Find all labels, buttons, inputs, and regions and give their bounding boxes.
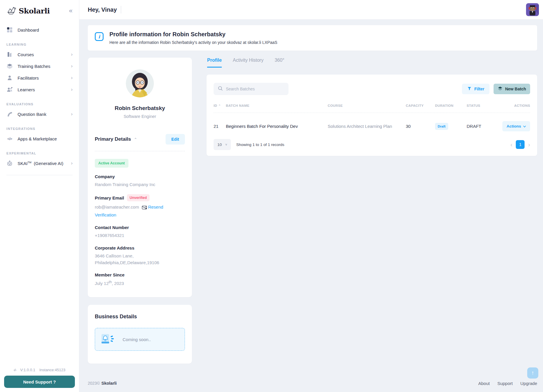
skolarli-swan-logo-icon bbox=[7, 6, 17, 15]
filter-button[interactable]: Filter bbox=[462, 84, 489, 94]
column-actions: ACTIONS bbox=[514, 104, 530, 107]
prev-page-button[interactable]: ‹ bbox=[511, 142, 513, 147]
user-avatar[interactable] bbox=[526, 3, 539, 16]
divider bbox=[95, 151, 185, 151]
unverified-badge: Unverified bbox=[127, 194, 150, 201]
chevron-right-icon: › bbox=[71, 161, 73, 166]
primary-details-title: Primary Details bbox=[95, 136, 131, 142]
right-column: Profile Activity History 360° bbox=[207, 58, 537, 156]
company-value: Random Training Company Inc bbox=[95, 181, 185, 188]
chevron-right-icon: › bbox=[71, 75, 73, 80]
layers-icon bbox=[498, 86, 503, 92]
contact-number-value: +19087654321 bbox=[95, 232, 185, 239]
sidebar-item-learners[interactable]: Learners › bbox=[6, 84, 73, 95]
banner-subtitle: Here are all the information Robin Scher… bbox=[109, 40, 277, 45]
contact-number-label: Contact Number bbox=[95, 225, 185, 230]
sidebar-item-label: Apps & Marketplace bbox=[18, 136, 57, 141]
question-bank-icon bbox=[6, 111, 13, 117]
skolarli-logo-text: Skolarli bbox=[19, 7, 50, 15]
search-batches-box bbox=[214, 83, 288, 95]
sidebar-item-courses[interactable]: Courses › bbox=[6, 49, 73, 60]
footer-link-about[interactable]: About bbox=[478, 381, 490, 386]
scroll-to-top-button[interactable]: ↑ bbox=[527, 367, 538, 379]
profile-name: Robin Scherbatsky bbox=[95, 105, 185, 111]
table-row: 21 Beginners Batch For Personality Dev S… bbox=[214, 118, 530, 133]
training-batches-icon bbox=[6, 63, 13, 69]
business-details-card: Business Details Coming soon.. bbox=[88, 305, 192, 364]
need-support-button[interactable]: Need Support ? bbox=[4, 376, 75, 388]
corporate-address-value: 3646 Callison Lane, Philadelphia,DE,Dela… bbox=[95, 252, 185, 266]
tab-360[interactable]: 360° bbox=[275, 58, 284, 68]
tab-profile[interactable]: Profile bbox=[207, 58, 222, 68]
active-account-badge: Active Account bbox=[95, 159, 128, 168]
email-row: rob@iamateacher.comResend Verification bbox=[95, 204, 185, 219]
sidebar-item-dashboard[interactable]: Dashboard bbox=[6, 24, 73, 36]
courses-icon bbox=[6, 51, 13, 58]
page-content: i Profile information for Robin Scherbat… bbox=[79, 19, 543, 377]
column-course: COURSE bbox=[328, 104, 406, 107]
sidebar-section-integrations: INTEGRATIONS bbox=[6, 127, 73, 130]
duration-draft-badge: Draft bbox=[435, 123, 448, 130]
column-id[interactable]: ID⌃ bbox=[214, 104, 226, 107]
profile-avatar bbox=[126, 69, 154, 97]
main-area: Hey, Vinay i Profile information for Rob… bbox=[79, 0, 543, 392]
search-batches-input[interactable] bbox=[226, 87, 284, 91]
footer-link-upgrade[interactable]: Upgrade bbox=[520, 381, 537, 386]
chevron-right-icon: › bbox=[71, 111, 73, 117]
sidebar-item-apps-marketplace[interactable]: </> Apps & Marketplace bbox=[6, 133, 73, 145]
instance-label: Instance:45123 bbox=[39, 368, 65, 372]
page-size-select[interactable]: 10 ˅ bbox=[214, 139, 231, 150]
company-label: Company bbox=[95, 174, 185, 179]
sidebar-item-facilitators[interactable]: Facilitators › bbox=[6, 72, 73, 84]
member-since-value: July 12th, 2023 bbox=[95, 279, 185, 287]
code-brackets-icon: </> bbox=[6, 135, 13, 142]
tab-activity-history[interactable]: Activity History bbox=[233, 58, 264, 68]
table-header-row: ID⌃ BATCH NAME COURSE CAPACITY DURATION … bbox=[214, 104, 530, 107]
coming-soon-box: Coming soon.. bbox=[95, 328, 185, 351]
footer-links: About Support Upgrade bbox=[478, 381, 537, 386]
sidebar-item-skai[interactable]: SKAITM (Generative AI) › bbox=[6, 157, 73, 169]
cell-capacity: 30 bbox=[406, 124, 435, 129]
sidebar-item-label: Facilitators bbox=[18, 75, 39, 80]
sidebar-item-label: Question Bank bbox=[18, 112, 46, 117]
sidebar-section-experimental: EXPERIMENTAL bbox=[6, 152, 73, 155]
sidebar-item-label: Training Batches bbox=[18, 64, 50, 69]
profile-card: Robin Scherbatsky Software Enginer Prima… bbox=[88, 58, 192, 297]
sidebar-item-label: Courses bbox=[18, 52, 34, 57]
sidebar-item-question-bank[interactable]: Question Bank › bbox=[6, 108, 73, 120]
chevron-up-icon[interactable]: ⌃ bbox=[134, 137, 137, 142]
next-page-button[interactable]: › bbox=[528, 142, 530, 147]
edit-button[interactable]: Edit bbox=[166, 134, 185, 145]
banner-title: Profile information for Robin Scherbatsk… bbox=[109, 31, 277, 38]
column-batch-name: BATCH NAME bbox=[226, 104, 328, 107]
table-divider bbox=[214, 113, 530, 113]
sidebar-collapse-icon[interactable]: « bbox=[69, 8, 73, 14]
row-actions-button[interactable]: Actions bbox=[502, 121, 530, 131]
chevron-down-icon bbox=[523, 124, 526, 128]
profile-role: Software Enginer bbox=[95, 114, 185, 119]
facilitators-icon bbox=[6, 75, 13, 81]
chevron-down-icon: ˅ bbox=[225, 143, 227, 146]
sidebar-item-label: Dashboard bbox=[18, 27, 39, 32]
version-label: V:1.0.0.1 bbox=[20, 368, 35, 372]
batches-toolbar: Filter New Batch bbox=[214, 83, 530, 95]
coming-soon-text: Coming soon.. bbox=[123, 337, 151, 342]
cell-id: 21 bbox=[214, 124, 226, 129]
footer-link-support[interactable]: Support bbox=[497, 381, 513, 386]
search-icon bbox=[218, 86, 223, 92]
business-details-title: Business Details bbox=[95, 314, 185, 320]
new-batch-button[interactable]: New Batch bbox=[494, 84, 530, 94]
cell-batch-name[interactable]: Beginners Batch For Personality Dev bbox=[226, 124, 328, 129]
footer-brand: Skolarli bbox=[101, 381, 116, 386]
member-since-label: Member Since bbox=[95, 272, 185, 277]
sidebar-section-learning: LEARNING bbox=[6, 43, 73, 46]
page-1-button[interactable]: 1 bbox=[516, 140, 525, 149]
sidebar-divider bbox=[6, 175, 73, 175]
sidebar-item-training-batches[interactable]: Training Batches › bbox=[6, 60, 73, 72]
code-icon: ‹/› bbox=[14, 368, 16, 372]
sidebar-item-label: Learners bbox=[18, 87, 35, 92]
batches-table-card: Filter New Batch ID⌃ BATCH NAME bbox=[207, 75, 537, 156]
showing-records-text: Showing 1 to 1 of 1 records bbox=[236, 142, 284, 147]
cell-status: DRAFT bbox=[467, 124, 497, 129]
sidebar-nav: Dashboard LEARNING Courses › Training Ba… bbox=[0, 24, 79, 175]
